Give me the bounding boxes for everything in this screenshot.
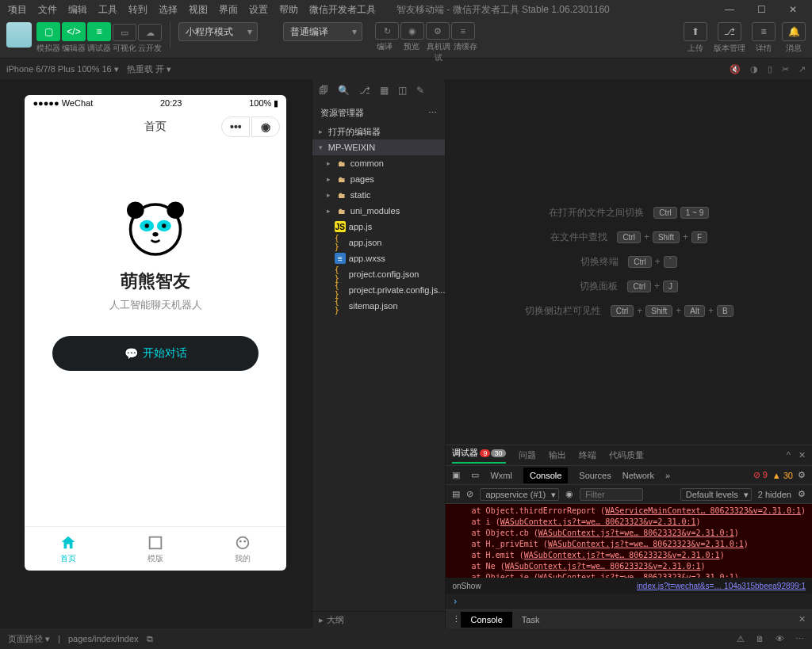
warning-count[interactable]: ▲ 30 xyxy=(772,471,793,480)
menu-工具[interactable]: 工具 xyxy=(94,2,122,18)
drawer-toggle-icon[interactable]: ⋮ xyxy=(452,614,461,624)
消息-button[interactable]: 🔔 xyxy=(782,22,806,41)
device-toggle-icon[interactable]: ▭ xyxy=(471,470,479,480)
filter-input[interactable] xyxy=(580,488,643,501)
bottom-task-tab[interactable]: Task xyxy=(512,612,550,628)
tab-template[interactable]: 模版 xyxy=(112,527,199,571)
cut-icon[interactable]: ✂ xyxy=(782,64,789,74)
terminal-tab[interactable]: 终端 xyxy=(579,449,596,461)
output-tab[interactable]: 输出 xyxy=(549,449,566,461)
settings-icon[interactable]: ⚙ xyxy=(798,489,806,499)
版本管理-button[interactable]: ⎇ xyxy=(718,22,741,41)
menu-文件[interactable]: 文件 xyxy=(33,2,62,18)
close-button[interactable]: ✕ xyxy=(777,0,809,19)
preview-button[interactable]: ◉ xyxy=(400,22,424,40)
console-input[interactable]: › xyxy=(446,594,812,609)
menu-项目[interactable]: 项目 xyxy=(3,2,32,18)
files-icon[interactable]: 🗐 xyxy=(319,85,328,96)
close-icon[interactable]: ✕ xyxy=(799,450,806,460)
editor-button[interactable]: </> xyxy=(62,22,86,41)
warn-status-icon[interactable]: ⚠ xyxy=(737,634,745,644)
open-editors-section[interactable]: ▸打开的编辑器 xyxy=(312,124,446,139)
extension-icon[interactable]: ▦ xyxy=(380,85,389,96)
menu-视图[interactable]: 视图 xyxy=(184,2,213,18)
wxml-tab[interactable]: Wxml xyxy=(490,471,512,480)
file-app.wxss[interactable]: ≡app.wxss xyxy=(312,250,446,266)
menu-转到[interactable]: 转到 xyxy=(124,2,152,18)
capsule-close-button[interactable]: ◉ xyxy=(251,116,280,137)
bottom-console-tab[interactable]: Console xyxy=(461,612,511,628)
quality-tab[interactable]: 代码质量 xyxy=(609,449,644,461)
error-count[interactable]: ⊘ 9 xyxy=(753,470,768,480)
doc-status-icon[interactable]: 🗎 xyxy=(756,634,764,644)
capsule-menu-button[interactable]: ••• xyxy=(221,116,250,137)
network-tab[interactable]: Network xyxy=(622,471,654,480)
copy-path-icon[interactable]: ⧉ xyxy=(147,634,153,644)
view-status-icon[interactable]: 👁 xyxy=(776,634,784,644)
folder-static[interactable]: ▸🖿static xyxy=(312,187,446,203)
clear-cache-button[interactable]: ≡ xyxy=(451,22,475,40)
branch-icon[interactable]: ⎇ xyxy=(359,85,370,96)
eye-icon[interactable]: ◉ xyxy=(565,489,573,499)
file-app.json[interactable]: { }app.json xyxy=(312,235,446,250)
folder-pages[interactable]: ▸🖿pages xyxy=(312,171,446,187)
device-select[interactable]: iPhone 6/7/8 Plus 100% 16 xyxy=(6,64,119,74)
tab-home[interactable]: 首页 xyxy=(25,527,112,571)
visualize-button[interactable]: ▭ xyxy=(113,24,136,41)
tab-mine[interactable]: 我的 xyxy=(199,527,286,571)
levels-select[interactable]: Default levels xyxy=(680,488,752,501)
debugger-tab[interactable]: 调试器930 xyxy=(452,447,505,464)
file-app.js[interactable]: JSapp.js xyxy=(312,219,446,235)
menu-帮助[interactable]: 帮助 xyxy=(274,2,303,18)
context-select[interactable]: appservice (#1) xyxy=(480,488,559,501)
menu-微信开发者工具[interactable]: 微信开发者工具 xyxy=(304,2,381,18)
menu-设置[interactable]: 设置 xyxy=(244,2,273,18)
source-link[interactable]: index.js?t=wechat&s=… 104a315bbeea92899:… xyxy=(637,582,806,590)
menu-界面[interactable]: 界面 xyxy=(214,2,243,18)
outline-section[interactable]: ▸大纲 xyxy=(312,611,446,628)
maximize-button[interactable]: ☐ xyxy=(745,0,777,19)
brush-icon[interactable]: ✎ xyxy=(416,85,424,96)
gear-icon[interactable]: ⚙ xyxy=(798,470,806,480)
folder-uni_modules[interactable]: ▸🖿uni_modules xyxy=(312,203,446,219)
hidden-count[interactable]: 2 hidden xyxy=(758,490,791,499)
problems-tab[interactable]: 问题 xyxy=(519,449,536,461)
详情-button[interactable]: ≡ xyxy=(752,22,776,41)
mute-icon[interactable]: 🔇 xyxy=(730,64,741,74)
inspect-icon[interactable]: ▣ xyxy=(452,470,460,480)
上传-button[interactable]: ⬆ xyxy=(684,22,707,41)
more-tabs[interactable]: » xyxy=(665,471,670,480)
expand-icon[interactable]: ↗ xyxy=(799,64,806,74)
minimize-button[interactable]: — xyxy=(714,0,745,19)
hot-reload-select[interactable]: 热重载 开 xyxy=(127,63,171,75)
compile-select[interactable]: 普通编译 xyxy=(283,22,362,41)
file-sitemap.json[interactable]: { }sitemap.json xyxy=(312,298,446,314)
avatar[interactable] xyxy=(6,22,32,48)
start-chat-button[interactable]: 💬 开始对话 xyxy=(52,336,259,371)
device-icon[interactable]: ▯ xyxy=(768,64,772,74)
remote-debug-button[interactable]: ⚙ xyxy=(426,22,450,40)
chevron-up-icon[interactable]: ^ xyxy=(787,450,791,460)
page-path[interactable]: pages/index/index xyxy=(68,634,139,643)
sources-tab[interactable]: Sources xyxy=(579,471,611,480)
sidebar-toggle-icon[interactable]: ▤ xyxy=(452,489,460,499)
close-drawer-icon[interactable]: ✕ xyxy=(799,614,806,624)
plugin-icon[interactable]: ◫ xyxy=(398,85,407,96)
simulator-button[interactable]: ▢ xyxy=(36,22,60,41)
console-tab[interactable]: Console xyxy=(523,468,568,483)
cloud-dev-button[interactable]: ☁ xyxy=(138,24,162,41)
file-project.config.json[interactable]: { }project.config.json xyxy=(312,266,446,282)
folder-common[interactable]: ▸🖿common xyxy=(312,155,446,171)
more-status-icon[interactable]: ⋯ xyxy=(795,634,804,644)
refresh-icon[interactable]: ◑ xyxy=(750,64,758,74)
more-icon[interactable]: ⋯ xyxy=(428,108,437,118)
debugger-button[interactable]: ≡ xyxy=(87,22,111,41)
file-project.private.config.js...[interactable]: { }project.private.config.js... xyxy=(312,282,446,298)
menu-编辑[interactable]: 编辑 xyxy=(63,2,92,18)
menu-选择[interactable]: 选择 xyxy=(154,2,182,18)
mode-select[interactable]: 小程序模式 xyxy=(178,22,258,41)
compile-button[interactable]: ↻ xyxy=(375,22,399,40)
search-icon[interactable]: 🔍 xyxy=(338,85,350,96)
project-section[interactable]: ▾MP-WEIXIN xyxy=(312,139,446,155)
clear-console-icon[interactable]: ⊘ xyxy=(466,489,473,499)
